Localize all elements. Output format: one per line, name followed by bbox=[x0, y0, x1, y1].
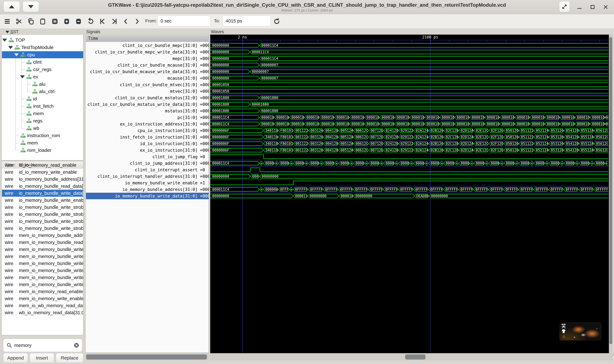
wave-signal-name-row[interactable]: clint_io_csr_bundle_mepc_write_data[31:0… bbox=[86, 49, 209, 55]
time-header[interactable]: Time bbox=[86, 35, 209, 42]
signal-list-row[interactable]: wiremem_io_memory_bundle_read_data[31:0] bbox=[2, 239, 83, 246]
paste-traces-button[interactable] bbox=[38, 17, 47, 26]
wave-trace-row[interactable] bbox=[210, 167, 608, 173]
tree-node-instruction_rom[interactable]: instruction_rom bbox=[2, 132, 83, 139]
wave-trace-row[interactable]: 0000188800001880 bbox=[210, 108, 608, 114]
insert-button[interactable]: Insert bbox=[30, 353, 54, 363]
maximize-button[interactable] bbox=[589, 3, 596, 11]
zoom-in-button[interactable] bbox=[62, 17, 71, 26]
signal-search-box[interactable]: memory bbox=[3, 339, 82, 352]
expander-triangle-icon[interactable] bbox=[8, 46, 13, 49]
wave-signal-name-row[interactable]: id_io_instruction[31:0] =0000006F bbox=[86, 140, 209, 147]
zoom-to-start-button[interactable] bbox=[98, 17, 107, 26]
shift-right-button[interactable] bbox=[133, 17, 141, 26]
wave-signal-name-row[interactable]: clint_io_jump_address[31:0] =000011C4 bbox=[86, 160, 209, 167]
tree-node-cpu[interactable]: cpu bbox=[2, 51, 83, 58]
wave-signal-name-row[interactable]: ex_io_instruction_address[31:0] =000011C… bbox=[86, 121, 209, 127]
waves-vscrollbar-thumb[interactable] bbox=[609, 37, 612, 344]
tree-node-csr_regs[interactable]: csr_regs bbox=[2, 66, 83, 73]
signal-list-row[interactable]: wiremem_io_memory_bundle_write_strobe_1 bbox=[2, 267, 83, 274]
scroll-up-button[interactable] bbox=[3, 1, 20, 12]
wave-signal-name-row[interactable]: mtvec[31:0] =00001050 bbox=[86, 88, 209, 94]
marker-line[interactable] bbox=[430, 36, 431, 352]
tree-node-inst_fetch[interactable]: inst_fetch bbox=[2, 103, 83, 110]
waves-hscrollbar-thumb[interactable] bbox=[405, 354, 425, 360]
waves-hscrollbar[interactable] bbox=[210, 353, 613, 361]
signal-list-row[interactable]: wiremem_io_wb_memory_read_data[31:0] bbox=[2, 302, 83, 309]
signal-list-row[interactable]: wireio_memory_bundle_write_strobe_0 bbox=[2, 204, 83, 211]
signal-list-row[interactable]: wireio_memory_bundle_write_strobe_3 bbox=[2, 225, 83, 232]
cut-traces-button[interactable] bbox=[15, 17, 23, 26]
wave-signal-name-row[interactable]: ex_io_instruction[31:0] =0000006F bbox=[86, 147, 209, 153]
wave-timebar[interactable]: 2 ns2100 ps bbox=[210, 35, 608, 42]
wave-signal-name-row[interactable]: clint_io_interrupt_assert =0 bbox=[86, 167, 209, 173]
wave-signal-name-row[interactable]: io_memory_bundle_write_enable =1 bbox=[86, 180, 209, 186]
wave-trace-row[interactable]: 0000006F340110+F80101+001122+003126+0041… bbox=[210, 140, 608, 147]
zoom-undo-button[interactable] bbox=[86, 17, 95, 26]
signal-list-row[interactable]: wireio_memory_bundle_write_strobe_1 bbox=[2, 211, 83, 218]
copy-traces-button[interactable] bbox=[27, 17, 35, 26]
signal-list-row[interactable]: wiremem_io_memory_bundle_write_strobe_0 bbox=[2, 260, 83, 267]
tree-node-ex[interactable]: ex bbox=[2, 73, 83, 80]
search-input[interactable]: memory bbox=[14, 343, 73, 348]
close-button[interactable] bbox=[602, 3, 610, 11]
wave-trace-row[interactable]: 00000000000+00000000 bbox=[210, 173, 608, 180]
signal-list-row[interactable]: wiremem_io_memory_bundle_write_strobe_2 bbox=[2, 274, 83, 281]
tree-node-mem[interactable]: mem bbox=[2, 139, 83, 146]
ime-sogou-logo[interactable]: S bbox=[562, 334, 565, 339]
wave-signal-name-row[interactable]: io_memory_bundle_address[31:0] =000011C4 bbox=[86, 186, 209, 193]
wave-trace-row[interactable]: 0000188800001880 bbox=[210, 101, 608, 108]
signal-list-row[interactable]: wirewb_io_memory_read_data[31:0] bbox=[2, 309, 83, 316]
wave-trace-row[interactable]: 0000000080000007 bbox=[210, 62, 608, 68]
wave-trace-row[interactable]: 000011C4+0000++0000++0000++0000++0000++0… bbox=[210, 160, 608, 167]
signals-hscrollbar-thumb[interactable] bbox=[86, 354, 207, 360]
wave-signal-name-row[interactable]: clint_io_csr_bundle_mstatus[31:0] =00001… bbox=[86, 94, 209, 101]
signals-hscrollbar[interactable] bbox=[85, 353, 209, 361]
tree-node-alu_ctrl[interactable]: alu_ctrl bbox=[2, 88, 83, 95]
wave-signal-name-row[interactable]: inst_fetch_io_instruction[31:0] =0000006… bbox=[86, 134, 209, 140]
wave-trace-row[interactable] bbox=[210, 180, 608, 186]
marker-line[interactable] bbox=[242, 36, 243, 352]
ime-skin-shirt-icon[interactable] bbox=[561, 329, 566, 333]
wave-trace-row[interactable]: 0000006F340110+F80101+001122+003126+0041… bbox=[210, 134, 608, 140]
signal-list-row[interactable]: wiremem_io_memory_read_enable bbox=[2, 288, 83, 295]
wave-trace-row[interactable]: 00000000000011C4 bbox=[210, 49, 608, 55]
signal-list-row[interactable]: wireio_memory_bundle_read_data[31:0] bbox=[2, 183, 83, 190]
signal-list-row[interactable]: wiremem_io_memory_bundle_write_enable bbox=[2, 253, 83, 260]
wave-signal-name-row[interactable]: clint_io_csr_bundle_mstatus_write_data[3… bbox=[86, 101, 209, 108]
wave-trace-row[interactable]: 00000000000011C4 bbox=[210, 42, 608, 49]
from-field[interactable]: 0 sec bbox=[157, 16, 210, 26]
wave-signal-name-row[interactable]: mepc[31:0] =00000000 bbox=[86, 55, 209, 62]
expander-triangle-icon[interactable] bbox=[2, 39, 7, 42]
wave-signal-name-row[interactable]: clint_io_csr_bundle_mcause[31:0] =000000… bbox=[86, 62, 209, 68]
wave-signal-name-row[interactable]: cpu_io_instruction[31:0] =0000006F bbox=[86, 127, 209, 134]
wave-signal-name-row[interactable]: clint_io_csr_bundle_mcause_write_data[31… bbox=[86, 68, 209, 75]
shift-left-button[interactable] bbox=[122, 17, 130, 26]
tree-node-rom_loader[interactable]: rom_loader bbox=[2, 147, 83, 154]
wave-signal-name-row[interactable]: pc[31:0] =000011C4 bbox=[86, 114, 209, 121]
zoom-fit-button[interactable] bbox=[51, 17, 59, 26]
wave-traces-area[interactable]: 00000000000011C400000000000011C400000000… bbox=[210, 42, 608, 353]
wave-trace-row[interactable]: 000011C4000010+000010+000010+000010+0000… bbox=[210, 114, 608, 121]
tree-node-id[interactable]: id bbox=[2, 95, 83, 102]
wave-signal-name-row[interactable]: clint_io_csr_bundle_mepc[31:0] =00000000 bbox=[86, 42, 209, 49]
reload-button[interactable] bbox=[272, 17, 281, 26]
waves-vscrollbar[interactable] bbox=[609, 34, 613, 361]
wave-trace-row[interactable]: 00001050 bbox=[210, 81, 608, 88]
tree-node-regs[interactable]: regs bbox=[2, 117, 83, 124]
signal-list-row[interactable]: wireio_memory_bundle_address[31:0] bbox=[2, 176, 83, 183]
wave-signal-name-row[interactable]: clint_io_interrupt_handler_address[31:0]… bbox=[86, 173, 209, 180]
sst-collapse-triangle[interactable] bbox=[5, 31, 9, 33]
zoom-out-button[interactable] bbox=[74, 17, 83, 26]
tree-node-alu[interactable]: alu bbox=[2, 81, 83, 88]
wave-trace-row[interactable]: 00000000000011C4 bbox=[210, 55, 608, 62]
append-button[interactable]: Append bbox=[3, 353, 28, 363]
replace-button[interactable]: Replace bbox=[56, 353, 83, 363]
signal-list-row[interactable]: wireid_io_memory_write_enable bbox=[2, 169, 83, 176]
signal-list-row[interactable]: wiremem_io_memory_bundle_write_data[31:0… bbox=[2, 246, 83, 253]
expander-triangle-icon[interactable] bbox=[14, 53, 19, 56]
zoom-to-end-button[interactable] bbox=[110, 17, 119, 26]
signal-list-row[interactable]: wiremem_io_memory_bundle_address[31:0] bbox=[2, 232, 83, 239]
signal-list-row[interactable]: wireio_memory_bundle_write_data[31:0] bbox=[2, 190, 83, 197]
wave-trace-row[interactable]: 0000006F340110+F80101+001122+003126+0041… bbox=[210, 147, 608, 153]
